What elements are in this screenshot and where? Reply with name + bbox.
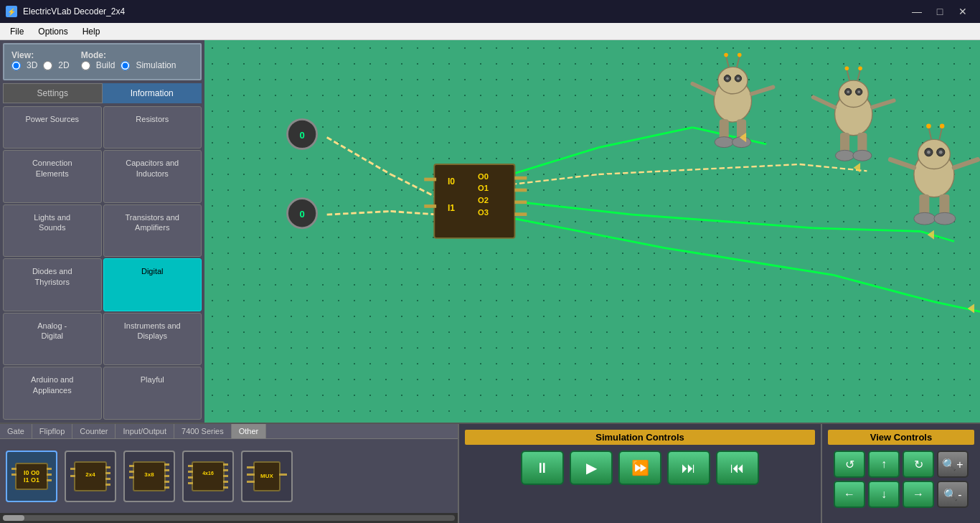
svg-rect-142 (247, 466, 255, 468)
scrollbar-track (3, 515, 455, 521)
svg-text:0: 0 (299, 130, 304, 141)
sim-skip-forward-button[interactable]: ⏭ (667, 451, 710, 485)
lib-tab-inputoutput[interactable]: Input/Output (116, 424, 174, 438)
svg-rect-32 (514, 189, 527, 192)
svg-rect-29 (424, 178, 436, 182)
lib-item-3[interactable]: 3x8 (123, 451, 175, 502)
svg-line-13 (920, 232, 954, 242)
comp-instruments-displays[interactable]: Instruments andDisplays (103, 313, 202, 366)
svg-marker-101 (928, 230, 934, 240)
svg-rect-47 (720, 119, 729, 139)
mode-build-radio[interactable] (81, 61, 90, 70)
svg-line-75 (939, 128, 942, 140)
svg-rect-118 (105, 484, 110, 486)
svg-line-77 (890, 159, 914, 167)
lib-item-3-icon: 3x8 (128, 455, 171, 498)
lib-items: I0 O0 I1 O1 2x4 (0, 439, 458, 513)
minimize-button[interactable]: — (905, 1, 928, 22)
lib-tabs: Gate Flipflop Counter Input/Output 7400 … (0, 424, 458, 439)
mode-simulation-radio[interactable] (121, 61, 130, 70)
svg-rect-145 (279, 473, 287, 476)
svg-rect-107 (11, 473, 17, 476)
comp-analog-digital[interactable]: Analog -Digital (3, 313, 102, 366)
svg-point-68 (918, 139, 950, 169)
tab-settings[interactable]: Settings (3, 83, 103, 103)
scrollbar-thumb[interactable] (3, 515, 24, 521)
lib-tab-counter[interactable]: Counter (72, 424, 116, 438)
svg-rect-124 (164, 463, 169, 466)
svg-point-36 (718, 67, 748, 93)
svg-line-15 (666, 248, 834, 275)
comp-connection-elements[interactable]: ConnectionElements (3, 150, 102, 203)
comp-diodes-thyristors[interactable]: Diodes andThyristors (3, 258, 102, 311)
svg-line-10 (512, 201, 632, 215)
comp-digital[interactable]: Digital (103, 258, 202, 311)
view-rotate-right-button[interactable]: ↻ (903, 451, 934, 478)
close-button[interactable]: ✕ (951, 1, 974, 22)
svg-rect-109 (47, 473, 52, 476)
maximize-button[interactable]: □ (928, 1, 951, 22)
menu-file[interactable]: File (3, 25, 31, 38)
svg-rect-131 (188, 465, 193, 467)
view-3d-radio[interactable] (11, 61, 21, 70)
view-left-button[interactable]: ← (834, 481, 865, 508)
3d-viewport[interactable]: 0 0 I0 I1 O0 O1 O2 O3 (204, 40, 980, 423)
view-2d-radio[interactable] (43, 61, 52, 70)
comp-arduino-appliances[interactable]: Arduino andAppliances (3, 367, 102, 420)
tab-information[interactable]: Information (103, 83, 202, 103)
menu-help[interactable]: Help (75, 25, 108, 38)
svg-point-60 (858, 66, 862, 70)
sim-skip-back-button[interactable]: ⏮ (716, 451, 759, 485)
svg-line-5 (598, 128, 692, 148)
comp-lights-sounds[interactable]: Lights andSounds (3, 204, 102, 258)
menu-options[interactable]: Options (31, 25, 75, 38)
svg-rect-123 (129, 476, 134, 479)
lib-item-2[interactable]: 2x4 (65, 451, 116, 502)
svg-line-46 (752, 87, 773, 93)
svg-text:2x4: 2x4 (85, 471, 95, 478)
svg-text:I0  O0: I0 O0 (24, 469, 39, 476)
svg-rect-129 (192, 462, 224, 491)
sim-play-button[interactable]: ▶ (570, 451, 613, 485)
lib-item-1-icon: I0 O0 I1 O1 (10, 455, 53, 498)
lib-tab-flipflop[interactable]: Flipflop (32, 424, 72, 438)
svg-rect-113 (70, 468, 75, 470)
svg-point-74 (926, 123, 931, 128)
svg-rect-106 (11, 468, 17, 470)
lib-item-4[interactable]: 4x16 (182, 451, 234, 502)
lib-item-4-icon: 4x16 (187, 455, 230, 498)
comp-playful[interactable]: Playful (103, 367, 202, 420)
lib-tab-other[interactable]: Other (232, 424, 267, 438)
svg-line-14 (512, 218, 666, 248)
view-up-button[interactable]: ↑ (868, 451, 900, 478)
window-title: ElectricVLab Decoder_2x4 (23, 6, 900, 17)
comp-resistors[interactable]: Resistors (103, 106, 202, 149)
comp-capacitors-inductors[interactable]: Capacitors andInductors (103, 150, 202, 203)
mode-radio-group: Build Simulation (81, 60, 176, 70)
robot-2 (814, 66, 894, 161)
svg-line-0 (327, 138, 391, 174)
view-down-button[interactable]: ↓ (868, 481, 900, 508)
sim-fast-forward-button[interactable]: ⏩ (618, 451, 661, 485)
svg-point-65 (835, 150, 854, 161)
comp-power-sources[interactable]: Power Sources (3, 106, 102, 149)
comp-transistors-amplifiers[interactable]: Transistors andAmplifiers (103, 204, 202, 258)
lib-item-5[interactable]: MUX (241, 451, 293, 502)
view-zoom-in-button[interactable]: 🔍+ (937, 451, 969, 478)
view-rotate-left-button[interactable]: ↺ (834, 451, 865, 478)
lib-tab-gate[interactable]: Gate (0, 424, 32, 438)
view-right-button[interactable]: → (903, 481, 934, 508)
svg-rect-144 (247, 481, 255, 483)
view-mode-panel: View: 3D 2D Mode: Build (3, 43, 202, 80)
lib-item-1[interactable]: I0 O0 I1 O1 (6, 451, 57, 502)
svg-point-58 (845, 66, 849, 70)
sim-pause-button[interactable]: ⏸ (521, 451, 564, 485)
lib-scrollbar[interactable] (0, 513, 458, 523)
svg-line-43 (737, 56, 740, 67)
svg-point-55 (847, 90, 849, 93)
svg-rect-117 (105, 478, 110, 480)
svg-rect-110 (47, 479, 52, 481)
view-zoom-out-button[interactable]: 🔍- (937, 481, 969, 508)
svg-line-61 (814, 97, 835, 107)
lib-tab-7400[interactable]: 7400 Series (174, 424, 232, 438)
